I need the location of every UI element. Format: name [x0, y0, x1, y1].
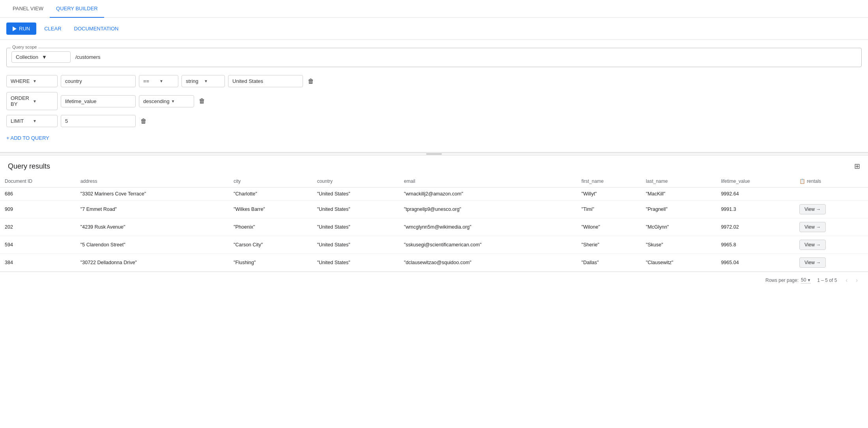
col-city: city — [229, 175, 312, 188]
table-footer: Rows per page: 50 ▼ 1 – 5 of 5 ‹ › — [0, 272, 868, 289]
orderby-direction-select[interactable]: descending ▼ — [139, 95, 194, 107]
limit-delete-button[interactable]: 🗑 — [139, 116, 148, 126]
where-type-arrow: ▼ — [33, 79, 53, 83]
where-type-select[interactable]: WHERE ▼ — [6, 75, 58, 87]
table-cell: 9991.3 — [716, 201, 795, 218]
where-delete-button[interactable]: 🗑 — [306, 76, 316, 86]
run-button[interactable]: RUN — [6, 23, 36, 35]
table-cell: 686 — [0, 188, 76, 201]
results-table: Document ID address city country email f… — [0, 175, 868, 272]
table-cell: 9992.64 — [716, 188, 795, 201]
where-operator-select[interactable]: == ▼ — [139, 75, 178, 87]
rentals-cell: View → — [795, 218, 868, 236]
table-row: 384"30722 Delladonna Drive""Flushing""Un… — [0, 254, 868, 272]
table-cell: "Dallas" — [577, 254, 641, 272]
table-cell: "tpragnellp9@unesco.org" — [399, 201, 577, 218]
col-first-name: first_name — [577, 175, 641, 188]
results-header: Query results ⊞ — [0, 156, 868, 175]
orderby-type-arrow: ▼ — [33, 99, 53, 103]
table-cell: "Sherie" — [577, 236, 641, 254]
table-cell: "5 Clarendon Street" — [76, 236, 229, 254]
rows-per-page-select[interactable]: 50 ▼ — [801, 277, 811, 283]
toolbar: RUN CLEAR DOCUMENTATION — [0, 18, 868, 40]
run-label: RUN — [19, 26, 30, 32]
table-cell: "United States" — [312, 201, 399, 218]
table-cell: "Willyt" — [577, 188, 641, 201]
resize-handle[interactable] — [0, 152, 868, 156]
tab-bar: PANEL VIEW QUERY BUILDER — [0, 0, 868, 18]
add-to-query-button[interactable]: + ADD TO QUERY — [6, 132, 54, 144]
view-button[interactable]: View → — [799, 257, 826, 268]
col-email: email — [399, 175, 577, 188]
table-cell: "4239 Rusk Avenue" — [76, 218, 229, 236]
table-cell: "wmcglynn5m@wikimedia.org" — [399, 218, 577, 236]
query-results-section: Query results ⊞ Document ID address city… — [0, 156, 868, 289]
orderby-delete-button[interactable]: 🗑 — [197, 96, 207, 106]
next-page-button[interactable]: › — [853, 276, 860, 285]
col-lifetime-value: lifetime_value — [716, 175, 795, 188]
prev-page-button[interactable]: ‹ — [843, 276, 850, 285]
table-cell: "United States" — [312, 188, 399, 201]
play-icon — [13, 26, 17, 31]
table-cell: "30722 Delladonna Drive" — [76, 254, 229, 272]
limit-value-input[interactable] — [61, 115, 136, 127]
view-button[interactable]: View → — [799, 240, 826, 250]
scope-path-input[interactable] — [75, 54, 857, 60]
table-cell: "United States" — [312, 218, 399, 236]
where-operator-arrow: ▼ — [159, 79, 174, 83]
where-valuetype-label: string — [186, 78, 202, 84]
table-cell: "Wilone" — [577, 218, 641, 236]
limit-type-label: LIMIT — [11, 118, 31, 124]
limit-row: LIMIT ▼ 🗑 — [6, 115, 862, 127]
rows-per-page-label: Rows per page: — [765, 278, 799, 283]
orderby-type-select[interactable]: ORDER BY ▼ — [6, 92, 58, 110]
columns-toggle-icon[interactable]: ⊞ — [854, 162, 860, 171]
rentals-collection-icon: 📋 — [799, 178, 805, 184]
table-cell: "3302 Mariners Cove Terrace" — [76, 188, 229, 201]
view-button[interactable]: View → — [799, 222, 826, 232]
table-cell: "sskusegi@scientificamerican.com" — [399, 236, 577, 254]
orderby-direction-arrow: ▼ — [171, 99, 190, 103]
tab-query-builder[interactable]: QUERY BUILDER — [50, 0, 104, 18]
table-cell: "McGlynn" — [641, 218, 716, 236]
where-operator-label: == — [143, 78, 158, 84]
results-title: Query results — [8, 162, 50, 171]
rentals-cell: View → — [795, 254, 868, 272]
table-cell: "Timi" — [577, 201, 641, 218]
scope-collection-select[interactable]: Collection ▼ — [11, 51, 71, 63]
table-cell: 594 — [0, 236, 76, 254]
rows-per-page-arrow: ▼ — [807, 278, 811, 282]
query-builder-area: Query scope Collection ▼ WHERE ▼ == ▼ st… — [0, 40, 868, 152]
table-cell: "United States" — [312, 254, 399, 272]
table-cell: "Skuse" — [641, 236, 716, 254]
where-valuetype-arrow: ▼ — [204, 79, 221, 83]
where-value-input[interactable] — [228, 75, 303, 87]
scope-collection-value: Collection — [16, 54, 40, 60]
rows-per-page-value: 50 — [801, 277, 806, 283]
limit-type-select[interactable]: LIMIT ▼ — [6, 115, 58, 127]
documentation-button[interactable]: DOCUMENTATION — [69, 23, 123, 35]
table-cell: 909 — [0, 201, 76, 218]
query-scope-legend: Query scope — [11, 45, 38, 49]
col-address: address — [76, 175, 229, 188]
table-cell: "Pragnell" — [641, 201, 716, 218]
where-field-input[interactable] — [61, 75, 136, 87]
pagination-info: 1 – 5 of 5 — [817, 278, 837, 283]
table-cell: "Clausewitz" — [641, 254, 716, 272]
table-cell: "MacKill" — [641, 188, 716, 201]
table-cell: "Wilkes Barre" — [229, 201, 312, 218]
tab-panel-view[interactable]: PANEL VIEW — [6, 0, 50, 18]
table-cell: 9965.04 — [716, 254, 795, 272]
table-cell: 9965.8 — [716, 236, 795, 254]
orderby-field-input[interactable] — [61, 95, 136, 107]
view-button[interactable]: View → — [799, 204, 826, 214]
where-valuetype-select[interactable]: string ▼ — [181, 75, 225, 87]
table-cell: "Phoenix" — [229, 218, 312, 236]
table-header: Document ID address city country email f… — [0, 175, 868, 188]
clear-button[interactable]: CLEAR — [39, 23, 66, 35]
rentals-cell — [795, 188, 868, 201]
scope-collection-arrow: ▼ — [42, 54, 66, 60]
col-rentals: 📋 rentals — [795, 175, 868, 188]
table-cell: "wmackillj2@amazon.com" — [399, 188, 577, 201]
table-row: 686"3302 Mariners Cove Terrace""Charlott… — [0, 188, 868, 201]
